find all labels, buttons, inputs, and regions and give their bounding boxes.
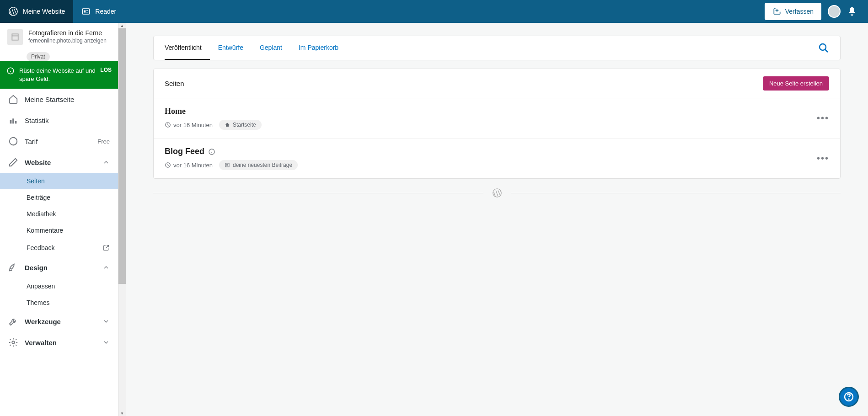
- page-meta: vor 16 Minuten Startseite: [165, 120, 817, 130]
- nav-posts[interactable]: Beiträge: [0, 189, 118, 206]
- topbar-tabs: Meine Website Reader: [0, 0, 124, 23]
- scroll-up-arrow[interactable]: ▲: [118, 23, 126, 28]
- nav-pages[interactable]: Seiten: [0, 173, 118, 189]
- topbar-right: Verfassen: [765, 3, 868, 20]
- new-page-button[interactable]: Neue Seite erstellen: [763, 76, 829, 91]
- nav-website-label: Website: [25, 159, 51, 166]
- more-button[interactable]: •••: [817, 153, 829, 164]
- stats-icon: [8, 115, 18, 125]
- pages-list: Seiten Neue Seite erstellen Home vor 16 …: [153, 69, 841, 179]
- nav-manage-label: Verwalten: [25, 339, 57, 347]
- nav-manage[interactable]: Verwalten: [0, 332, 118, 353]
- site-header[interactable]: Fotografieren in die Ferne ferneonline.p…: [0, 23, 118, 49]
- page-info: Blog Feed vor 16 Minuten deine neuesten …: [165, 147, 817, 170]
- main-content: Veröffentlicht Entwürfe Geplant Im Papie…: [126, 23, 868, 416]
- clock-icon: [165, 162, 171, 168]
- chevron-up-icon: [102, 264, 110, 271]
- scroll-thumb[interactable]: [118, 28, 126, 284]
- info-icon: [6, 67, 15, 75]
- info-icon[interactable]: [208, 148, 215, 155]
- plan-icon: [8, 136, 18, 146]
- nav-design-label: Design: [25, 264, 48, 272]
- compose-label: Verfassen: [785, 8, 814, 15]
- tab-trash[interactable]: Im Papierkorb: [290, 36, 347, 60]
- home-icon: [225, 122, 230, 128]
- sidebar: Fotografieren in die Ferne ferneonline.p…: [0, 23, 118, 416]
- tab-my-site[interactable]: Meine Website: [0, 0, 73, 23]
- tab-reader-label: Reader: [95, 8, 116, 15]
- nav-stats-label: Statistik: [25, 117, 49, 124]
- search-icon[interactable]: [818, 43, 829, 53]
- nav-media[interactable]: Mediathek: [0, 206, 118, 222]
- page-badge: deine neuesten Beiträge: [219, 160, 298, 170]
- posts-icon: [225, 162, 230, 168]
- tabs-card: Veröffentlicht Entwürfe Geplant Im Papie…: [153, 36, 841, 60]
- plan-badge: Free: [97, 138, 110, 145]
- upgrade-promo[interactable]: Rüste deine Website auf und spare Geld. …: [0, 61, 118, 89]
- nav-themes[interactable]: Themes: [0, 294, 118, 311]
- svg-rect-10: [10, 120, 12, 123]
- topbar: Meine Website Reader Verfassen: [0, 0, 868, 23]
- page-title[interactable]: Home: [165, 107, 817, 116]
- chevron-down-icon: [102, 318, 110, 325]
- nav-home-label: Meine Startseite: [25, 96, 74, 103]
- nav-home[interactable]: Meine Startseite: [0, 89, 118, 110]
- sidebar-container: Fotografieren in die Ferne ferneonline.p…: [0, 23, 126, 416]
- nav-customize[interactable]: Anpassen: [0, 278, 118, 294]
- chevron-up-icon: [102, 159, 110, 166]
- site-info: Fotografieren in die Ferne ferneonline.p…: [28, 29, 111, 45]
- tab-scheduled[interactable]: Geplant: [252, 36, 290, 60]
- avatar[interactable]: [828, 5, 841, 18]
- tab-published[interactable]: Veröffentlicht: [165, 36, 210, 60]
- wordpress-icon: [8, 6, 18, 16]
- page-meta: vor 16 Minuten deine neuesten Beiträge: [165, 160, 817, 170]
- home-icon: [8, 94, 18, 104]
- tab-my-site-label: Meine Website: [23, 8, 65, 15]
- wrench-icon: [8, 316, 18, 326]
- design-icon: [8, 262, 18, 272]
- more-button[interactable]: •••: [817, 113, 829, 123]
- notifications-icon[interactable]: [847, 6, 857, 16]
- wordpress-icon: [492, 188, 502, 198]
- privacy-badge[interactable]: Privat: [27, 52, 50, 61]
- nav-website[interactable]: Website: [0, 152, 118, 173]
- scroll-down-arrow[interactable]: ▼: [118, 411, 126, 416]
- gear-icon: [8, 337, 18, 347]
- help-icon: [843, 391, 854, 402]
- clock-icon: [165, 122, 171, 128]
- promo-action[interactable]: LOS: [100, 67, 112, 73]
- nav-plan-label: Tarif: [25, 138, 38, 145]
- chevron-down-icon: [102, 339, 110, 346]
- compose-icon: [772, 7, 782, 16]
- nav-comments[interactable]: Kommentare: [0, 222, 118, 239]
- nav-stats[interactable]: Statistik: [0, 110, 118, 131]
- nav-feedback[interactable]: Feedback: [0, 239, 118, 257]
- nav-design[interactable]: Design: [0, 257, 118, 278]
- svg-point-14: [12, 341, 15, 344]
- page-title[interactable]: Blog Feed: [165, 147, 817, 156]
- compose-button[interactable]: Verfassen: [765, 3, 821, 20]
- svg-point-27: [849, 399, 849, 400]
- svg-point-15: [820, 44, 826, 50]
- svg-rect-1: [83, 9, 90, 14]
- svg-rect-12: [15, 121, 17, 124]
- external-icon: [102, 244, 110, 251]
- nav-plan[interactable]: Tarif Free: [0, 131, 118, 152]
- tab-drafts[interactable]: Entwürfe: [210, 36, 252, 60]
- tab-reader[interactable]: Reader: [73, 0, 124, 23]
- svg-rect-2: [84, 11, 86, 13]
- sidebar-scrollbar[interactable]: ▲ ▼: [118, 23, 126, 416]
- page-row[interactable]: Blog Feed vor 16 Minuten deine neuesten …: [154, 139, 840, 178]
- list-header: Seiten Neue Seite erstellen: [154, 69, 840, 98]
- page-time: vor 16 Minuten: [165, 122, 213, 128]
- help-button[interactable]: [839, 387, 859, 407]
- site-url[interactable]: ferneonline.photo.blog anzeigen: [28, 37, 111, 44]
- nav-feedback-label: Feedback: [27, 244, 54, 251]
- nav-tools[interactable]: Werkzeuge: [0, 311, 118, 332]
- page-row[interactable]: Home vor 16 Minuten Startseite •••: [154, 98, 840, 139]
- svg-rect-11: [12, 119, 14, 124]
- layout: Fotografieren in die Ferne ferneonline.p…: [0, 23, 868, 416]
- page-time: vor 16 Minuten: [165, 162, 213, 169]
- nav-tools-label: Werkzeuge: [25, 318, 61, 325]
- reader-icon: [81, 7, 91, 16]
